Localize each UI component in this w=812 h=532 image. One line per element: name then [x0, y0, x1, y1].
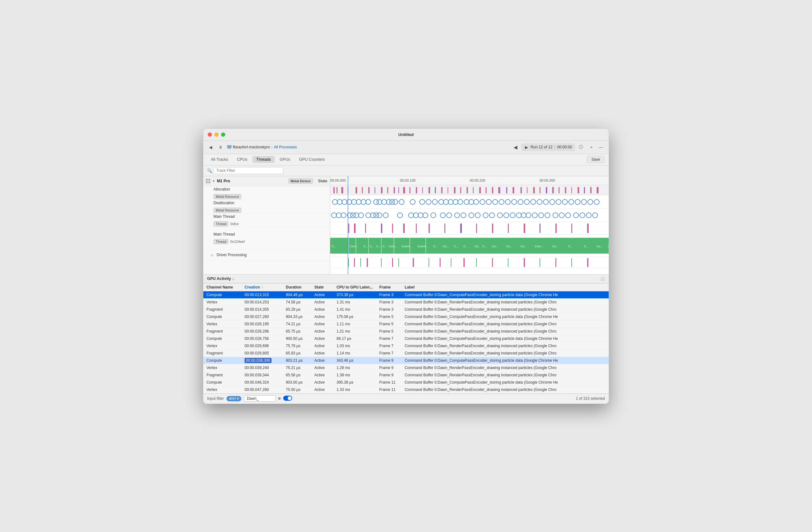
svg-point-132	[566, 213, 571, 218]
header-frame[interactable]: Frame	[376, 283, 402, 291]
svg-point-120	[490, 213, 494, 218]
table-row[interactable]: Vertex 00:00.014,253 74.58 μs Active 1.3…	[203, 298, 609, 306]
svg-rect-5	[208, 181, 210, 183]
main-window: Untitled ◀ ⏸ fbeaufort-macbookpro › All …	[203, 129, 609, 404]
tab-threads[interactable]: Threads	[252, 156, 275, 163]
svg-rect-148	[492, 223, 493, 233]
pause-button[interactable]: ⏸	[217, 144, 224, 150]
filter-input[interactable]	[244, 395, 276, 402]
time-marker-0: 00:00.000	[330, 178, 346, 182]
gpu-activity-header[interactable]: GPU Activity ↓ ⬜	[203, 275, 609, 283]
cell-creation: 00:00.046,324	[241, 379, 282, 386]
svg-rect-188	[354, 258, 355, 267]
processes-label[interactable]: All Processes	[274, 145, 297, 149]
cell-channel: Compute	[203, 379, 241, 386]
table-row[interactable]: Compute 00:00.013,315 904.46 μs Active 3…	[203, 291, 609, 298]
svg-point-134	[580, 213, 585, 218]
table-row[interactable]: Compute 00:00.028,756 900.50 μs Active 8…	[203, 335, 609, 342]
svg-point-80	[505, 200, 510, 205]
table-row[interactable]: Fragment 00:00.014,355 65.29 μs Active 1…	[203, 306, 609, 313]
m1pro-label: M1 Pro	[217, 179, 287, 183]
dot-indicator	[278, 397, 281, 400]
svg-point-58	[377, 200, 382, 205]
svg-point-97	[341, 213, 346, 218]
selection-info: 1 of 315 selected	[576, 396, 605, 401]
run-back-button[interactable]: ◀	[512, 144, 519, 151]
tab-cpus[interactable]: CPUs	[233, 156, 251, 163]
table-row[interactable]: Fragment 00:00.028,296 65.75 μs Active 1…	[203, 327, 609, 335]
table-row[interactable]: Fragment 00:00.029,805 65.83 μs Active 1…	[203, 350, 609, 357]
back-button[interactable]: ◀	[207, 144, 214, 150]
cell-duration: 903.21 μs	[282, 357, 311, 364]
table-row[interactable]: Compute 00:00.038,306 903.21 μs Active 3…	[203, 357, 609, 364]
left-panel: ▼ M1 Pro Metal Device State Allocation M…	[203, 176, 330, 274]
svg-rect-31	[485, 187, 487, 193]
filter-toggle[interactable]	[283, 396, 292, 402]
cell-channel: Vertex	[203, 386, 241, 393]
svg-rect-32	[492, 187, 493, 193]
cursor-line	[348, 176, 348, 274]
svg-point-92	[581, 200, 586, 205]
table-row[interactable]: Vertex 00:00.047,260 75.50 μs Active 1.3…	[203, 386, 609, 393]
filter-condition: ANY	[229, 397, 236, 400]
track-filter-input[interactable]	[214, 167, 283, 174]
header-label[interactable]: Label	[402, 283, 609, 291]
cell-label: Command Buffer 0:Dawn_RenderPassEncoder_…	[402, 298, 609, 306]
header-creation[interactable]: Creation ↑	[241, 283, 282, 291]
minimize-window-button[interactable]: —	[597, 144, 605, 150]
cell-state: Active	[311, 327, 333, 335]
svg-point-106	[383, 213, 388, 218]
svg-rect-38	[533, 187, 535, 193]
svg-point-114	[447, 213, 452, 218]
table-row[interactable]: Fragment 00:00.039,344 65.58 μs Active 1…	[203, 371, 609, 379]
close-button[interactable]	[208, 133, 212, 137]
svg-rect-15	[387, 187, 388, 193]
svg-point-94	[594, 200, 599, 205]
svg-point-65	[420, 200, 425, 205]
svg-rect-189	[360, 258, 361, 267]
cell-frame: Frame 5	[376, 320, 402, 327]
tab-all-tracks[interactable]: All Tracks	[207, 156, 232, 163]
table-row[interactable]: Vertex 00:00.028,195 74.21 μs Active 1.1…	[203, 320, 609, 327]
svg-rect-39	[539, 187, 540, 193]
table-row[interactable]: Vertex 00:00.039,240 75.21 μs Active 1.2…	[203, 364, 609, 371]
filter-condition-chip[interactable]: ANY ▾	[227, 396, 241, 401]
svg-rect-159	[381, 238, 381, 254]
timeline-panel: 00:00.000 00:00.100 00:00.200 00:00.300	[330, 176, 609, 274]
cell-state: Active	[311, 306, 333, 313]
svg-point-50	[337, 200, 342, 205]
svg-point-62	[393, 200, 398, 205]
tab-gpu-counters[interactable]: GPU Counters	[295, 156, 329, 163]
metal-resource-chip-1: Metal Resource	[214, 194, 241, 199]
cell-duration: 75.50 μs	[282, 386, 311, 393]
minimize-button[interactable]	[214, 133, 219, 137]
header-channel[interactable]: Channel Name	[203, 283, 241, 291]
time-ruler: 00:00.000 00:00.100 00:00.200 00:00.300	[330, 176, 609, 185]
header-duration[interactable]: Duration	[282, 283, 311, 291]
viz-main-thread-1	[330, 222, 609, 235]
add-button[interactable]: +	[588, 144, 594, 150]
cell-state: Active	[311, 298, 333, 306]
svg-point-93	[588, 200, 593, 205]
svg-point-74	[469, 200, 474, 205]
svg-point-135	[586, 213, 591, 218]
svg-point-83	[524, 200, 530, 205]
svg-point-85	[537, 200, 542, 205]
maximize-button[interactable]	[221, 133, 225, 137]
svg-rect-34	[506, 187, 507, 193]
save-button[interactable]: Save	[587, 156, 605, 163]
time-marker-200: 00:00.200	[470, 178, 485, 182]
header-latency[interactable]: CPU to GPU Laten...	[333, 283, 376, 291]
svg-rect-16	[394, 187, 395, 193]
info-button[interactable]: ⓘ	[577, 144, 585, 151]
svg-rect-42	[559, 187, 560, 193]
tab-gpus[interactable]: GPUs	[276, 156, 294, 163]
table-row[interactable]: Compute 00:00.046,324 903.00 μs Active 3…	[203, 379, 609, 386]
main-thread-row-1: Main Thread Thread 0xfce	[203, 214, 330, 227]
header-state[interactable]: State	[311, 283, 333, 291]
svg-point-112	[431, 213, 436, 218]
table-row[interactable]: Vertex 00:00.029,696 75.79 μs Active 1.0…	[203, 342, 609, 350]
run-play-button[interactable]: ▶	[524, 144, 529, 150]
driver-processing-row[interactable]: ▷ Driver Processing	[203, 250, 330, 261]
table-row[interactable]: Compute 00:00.027,260 904.33 μs Active 1…	[203, 313, 609, 320]
